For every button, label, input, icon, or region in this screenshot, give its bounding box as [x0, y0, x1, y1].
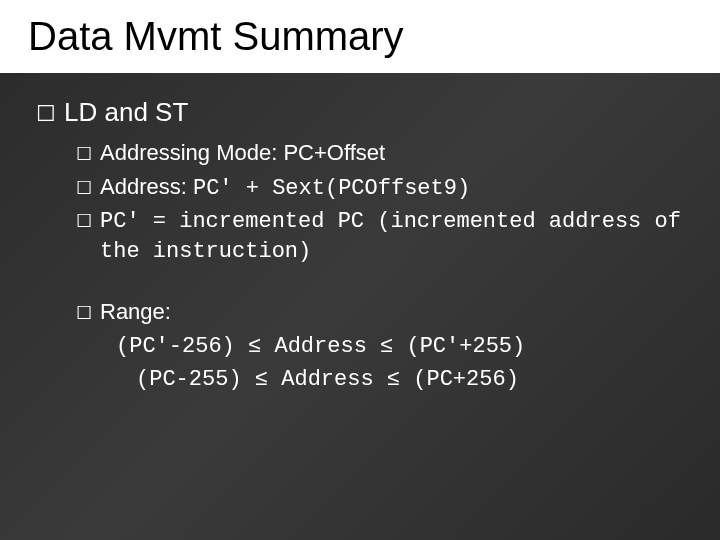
slide-title: Data Mvmt Summary: [28, 14, 692, 59]
addr-mode-value: PC+Offset: [283, 140, 385, 165]
bullet-ld-st: ☐ LD and ST: [36, 97, 684, 128]
square-bullet-icon: ☐: [36, 103, 56, 125]
sub-bullets: ☐ Addressing Mode: PC+Offset ☐ Address: …: [76, 138, 684, 396]
title-bar: Data Mvmt Summary: [0, 0, 720, 73]
square-bullet-icon: ☐: [76, 304, 92, 322]
range-block: (PC'-256) ≤ Address ≤ (PC'+255) (PC-255)…: [116, 330, 684, 396]
range-label: Range:: [100, 297, 684, 327]
bullet-address: ☐ Address: PC' + Sext(PCOffset9): [76, 172, 684, 204]
range-line-2: (PC-255) ≤ Address ≤ (PC+256): [136, 363, 684, 396]
range-line-1: (PC'-256) ≤ Address ≤ (PC'+255): [116, 330, 684, 363]
slide-body: ☐ LD and ST ☐ Addressing Mode: PC+Offset…: [0, 73, 720, 420]
address-label: Address:: [100, 174, 193, 199]
bullet-pc-note: ☐ PC' = incremented PC (incremented addr…: [76, 207, 684, 266]
pc-note: PC' = incremented PC (incremented addres…: [100, 207, 684, 266]
addr-mode-label: Addressing Mode:: [100, 140, 283, 165]
bullet-range: ☐ Range:: [76, 297, 684, 327]
bullet-text: LD and ST: [64, 97, 188, 128]
square-bullet-icon: ☐: [76, 212, 92, 230]
spacer: [76, 271, 684, 297]
square-bullet-icon: ☐: [76, 145, 92, 163]
address-value: PC' + Sext(PCOffset9): [193, 176, 470, 201]
bullet-addressing-mode: ☐ Addressing Mode: PC+Offset: [76, 138, 684, 168]
square-bullet-icon: ☐: [76, 179, 92, 197]
